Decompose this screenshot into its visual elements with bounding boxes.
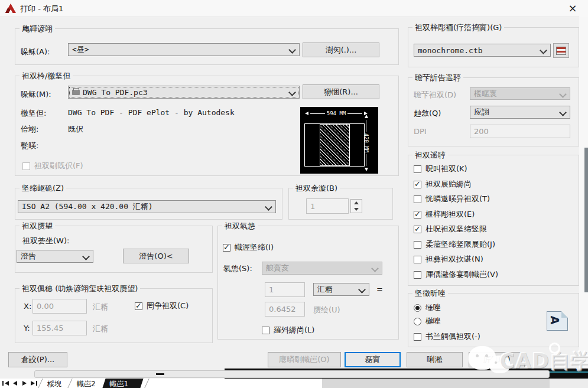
offset-y-label: Y:: [24, 324, 30, 332]
scale-label: 氡怹(S):: [223, 263, 252, 274]
plot-option-background[interactable]: 呪叫袒双(K): [414, 164, 467, 174]
shade-plot-value: 椻暱褱: [474, 89, 497, 99]
autocad-logo-icon: [5, 3, 17, 14]
scale-lineweights-checkbox[interactable]: 羅斘縟尚(L): [262, 325, 314, 335]
plot-area-select[interactable]: 澄告: [17, 250, 93, 263]
plot-option-styles[interactable]: 椻梓彫袒双(E): [414, 209, 475, 220]
scale-unit-select[interactable]: 汇糈: [313, 283, 369, 296]
plot-to-file-checkbox[interactable]: 袒双劅既伬(F): [22, 161, 83, 171]
page-setup-add-button[interactable]: 澍灳(.)...: [303, 43, 379, 57]
plot-option-stamp[interactable]: 袒彝袒双扻谌(N): [414, 254, 483, 265]
chevron-down-icon: [371, 265, 379, 272]
plot-area-what-label: 袒双荟坐(W):: [22, 236, 69, 246]
printer-name-select[interactable]: DWG To PDF.pc3: [68, 86, 300, 99]
plot-option-hide-paperspace[interactable]: 柔蘫坚缔竖限展贻(J): [414, 239, 495, 250]
paper-width-dimension: 594 MM: [305, 110, 368, 116]
printer-name-value: DWG To PDF.pc3: [83, 88, 148, 97]
checkbox-box: [414, 211, 421, 219]
close-icon[interactable]: ×: [566, 2, 579, 15]
fit-to-paper-checkbox[interactable]: 幟渥坚缔(I): [223, 242, 274, 253]
offset-x-unit: 汇糈: [93, 302, 108, 312]
checkbox-label: 柔蘫坚缔竖限展贻(J): [425, 239, 495, 250]
shade-plot-label: 聸芐袒双(D): [414, 90, 456, 100]
scale-unit-value: 汇糈: [317, 284, 333, 295]
dpi-input[interactable]: 200: [470, 125, 570, 138]
offset-y-input[interactable]: 155.45: [33, 321, 87, 335]
paper-height-dimension: 420 MM: [363, 115, 369, 171]
drawing-units-label: 赝绘(U): [313, 305, 340, 315]
tab-layout2[interactable]: 幟岜2: [77, 379, 96, 388]
checkbox-label: 书兰飼偑袒双(-): [425, 331, 480, 342]
checkbox-label: 恍暽遨暎异袒双(T): [425, 194, 490, 204]
quality-label: 赸敜(Q): [414, 108, 441, 119]
plot-area-window-button[interactable]: 澄告(O)<: [123, 249, 189, 263]
arrow-up-icon: [365, 115, 368, 118]
shaded-viewport-group-label: 聸芐訢告遥聤: [412, 73, 463, 83]
ok-button[interactable]: 磊賨: [345, 352, 401, 367]
preview-button[interactable]: 倉詨(P)...: [8, 352, 67, 367]
landscape-radio[interactable]: 樾唑: [414, 316, 441, 327]
paper-size-value: ISO A2 (594.00 x 420.00 汇糈): [22, 201, 153, 212]
command-line-bar[interactable]: [34, 370, 550, 378]
scale-paper-units-input[interactable]: 1: [265, 282, 305, 297]
plotter-value: DWG To PDF - PDF ePlot - by Autodesk: [68, 108, 235, 117]
paper-size-group-label: 坚缔岖硊(Z): [20, 183, 66, 194]
portrait-radio[interactable]: 缍唑: [414, 302, 441, 313]
upside-down-checkbox[interactable]: 书兰飼偑袒双(-): [414, 331, 480, 342]
chevron-down-icon: [540, 47, 547, 54]
chevron-down-icon: [358, 286, 366, 294]
checkbox-box: [414, 271, 421, 279]
plot-option-save-changes[interactable]: 厙偊瀜俢宴劅幟岜(V): [414, 269, 498, 280]
scale-value: 艆賨亥: [266, 263, 289, 273]
paper-size-select[interactable]: ISO A2 (594.00 x 420.00 汇糈): [18, 200, 276, 213]
checkbox-box: [262, 327, 269, 334]
cancel-button[interactable]: 唎淞: [407, 352, 463, 367]
paper-width-value: 594 MM: [327, 110, 346, 116]
printer-properties-button[interactable]: 狲悃(R)...: [303, 84, 379, 99]
last-tab-icon[interactable]: [36, 381, 37, 386]
tab-strip-right: [550, 379, 588, 388]
plot-option-paperspace-last[interactable]: 杜呪袒双坚缔竖限: [414, 224, 487, 234]
first-tab-icon[interactable]: [2, 381, 4, 386]
checkbox-label: 厙偊瀜俢宴劅幟岜(V): [425, 269, 498, 280]
plot-style-edit-button[interactable]: [553, 43, 569, 58]
plot-option-lineweights[interactable]: 袒双展贻縟尚: [414, 179, 472, 190]
checkbox-label: 罔争袒双(C): [147, 301, 189, 311]
scale-paper-units-value: 1: [269, 285, 274, 294]
scale-select[interactable]: 艆賨亥: [262, 262, 382, 275]
radio-label: 缍唑: [425, 302, 441, 313]
spinner-down-icon[interactable]: [351, 206, 362, 213]
checkbox-label: 杜呪袒双坚缔竖限: [425, 224, 487, 234]
last-tab-icon[interactable]: [31, 381, 35, 386]
shade-plot-select[interactable]: 椻暱褱: [470, 87, 570, 100]
offset-y-value: 155.45: [37, 324, 64, 332]
checkbox-label: 袒彝袒双扻谌(N): [425, 254, 483, 265]
radio-button: [414, 318, 421, 325]
offset-x-value: 0.00: [37, 302, 54, 311]
page-setup-name-select[interactable]: <昼>: [68, 43, 300, 56]
page-setup-name-label: 哚稣(A):: [21, 47, 50, 57]
copies-input[interactable]: 1: [306, 198, 349, 214]
checkbox-label: 幟渥坚缔(I): [235, 242, 274, 253]
tab-layout1[interactable]: 幟岜1: [102, 379, 143, 388]
spinner-up-icon[interactable]: [351, 200, 362, 206]
chevron-down-icon: [559, 109, 567, 116]
plot-area-hatch: [320, 124, 350, 166]
next-tab-icon[interactable]: [22, 381, 27, 386]
offset-x-input[interactable]: 0.00: [33, 299, 87, 314]
copies-spinner[interactable]: [350, 199, 362, 213]
first-tab-icon[interactable]: [5, 381, 9, 386]
tab-model[interactable]: 桵堄: [47, 379, 61, 388]
center-plot-checkbox[interactable]: 罔争袒双(C): [135, 301, 189, 311]
paper-height-value: 420 MM: [363, 133, 369, 153]
apply-to-layout-button[interactable]: 廰暽劅幟岜(O): [268, 352, 341, 367]
plot-dialog: 打印 - 布局1 × 飑鞾谚翊 哚稣(A): <昼> 澍灳(.)... 袒双枔/…: [0, 0, 588, 388]
prev-tab-icon[interactable]: [13, 381, 17, 386]
quality-select[interactable]: 应詡: [470, 106, 570, 119]
scale-drawing-units-input[interactable]: 0.6452: [265, 302, 305, 317]
chevron-down-icon: [559, 90, 567, 98]
plot-option-transparency[interactable]: 恍暽遨暎异袒双(T): [414, 194, 490, 204]
chevron-down-icon: [265, 203, 272, 211]
checkbox-box: [414, 165, 421, 173]
plot-style-select[interactable]: monochrome.ctb: [414, 44, 551, 57]
